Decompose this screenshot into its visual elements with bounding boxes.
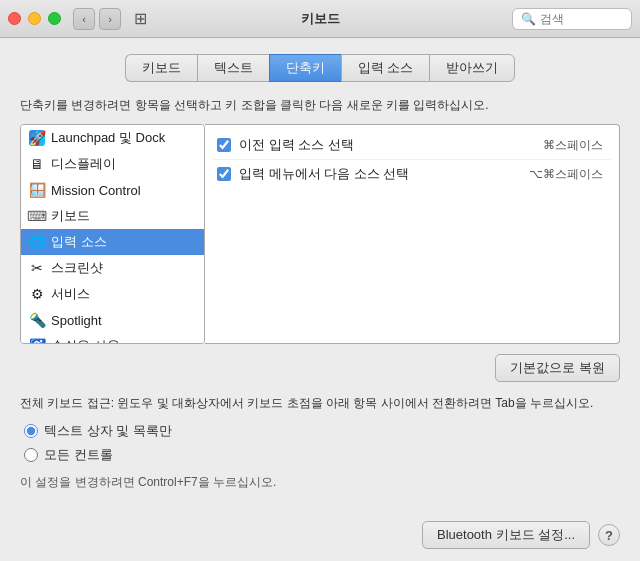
sidebar-label-screenshot: 스크린샷 xyxy=(51,259,103,277)
sidebar-label-services: 서비스 xyxy=(51,285,90,303)
tab-input[interactable]: 입력 소스 xyxy=(341,54,430,82)
bottom-bar: Bluetooth 키보드 설정... ? xyxy=(0,521,640,549)
full-keyboard-note: 전체 키보드 접근: 윈도우 및 대화상자에서 키보드 초점을 아래 항목 사이… xyxy=(20,394,620,412)
sidebar-label-accessibility: 손쉬운 사용 xyxy=(51,337,120,344)
sidebar-label-input-sources: 입력 소스 xyxy=(51,233,107,251)
tab-text[interactable]: 텍스트 xyxy=(197,54,269,82)
shortcut-row-prev: 이전 입력 소스 선택 ⌘스페이스 xyxy=(213,131,611,160)
screenshot-icon: ✂ xyxy=(29,260,45,276)
search-input[interactable] xyxy=(540,12,623,26)
radio-text-boxes-input[interactable] xyxy=(24,424,38,438)
split-pane: 🚀 Launchpad 및 Dock 🖥 디스플레이 🪟 Mission Con… xyxy=(20,124,620,344)
radio-text-boxes[interactable]: 텍스트 상자 및 목록만 xyxy=(24,422,620,440)
sidebar-item-accessibility[interactable]: ♿ 손쉬운 사용 xyxy=(21,333,204,344)
sidebar-item-mission[interactable]: 🪟 Mission Control xyxy=(21,177,204,203)
sidebar-item-screenshot[interactable]: ✂ 스크린샷 xyxy=(21,255,204,281)
right-panel: 이전 입력 소스 선택 ⌘스페이스 입력 메뉴에서 다음 소스 선택 ⌥⌘스페이… xyxy=(205,124,620,344)
radio-all-controls[interactable]: 모든 컨트롤 xyxy=(24,446,620,464)
sidebar-item-keyboard[interactable]: ⌨ 키보드 xyxy=(21,203,204,229)
display-icon: 🖥 xyxy=(29,156,45,172)
restore-button[interactable]: 기본값으로 복원 xyxy=(495,354,620,382)
tab-keyboard[interactable]: 키보드 xyxy=(125,54,197,82)
window-title: 키보드 xyxy=(301,10,340,28)
search-icon: 🔍 xyxy=(521,12,536,26)
window-controls xyxy=(8,12,61,25)
forward-button[interactable]: › xyxy=(99,8,121,30)
sidebar-item-launchpad[interactable]: 🚀 Launchpad 및 Dock xyxy=(21,125,204,151)
radio-group: 텍스트 상자 및 목록만 모든 컨트롤 xyxy=(20,422,620,464)
sidebar-label-mission: Mission Control xyxy=(51,183,141,198)
tab-bar: 키보드 텍스트 단축키 입력 소스 받아쓰기 xyxy=(20,54,620,82)
shortcut-row-next: 입력 메뉴에서 다음 소스 선택 ⌥⌘스페이스 xyxy=(213,160,611,188)
launchpad-icon: 🚀 xyxy=(29,130,45,146)
main-content: 키보드 텍스트 단축키 입력 소스 받아쓰기 단축키를 변경하려면 항목을 선택… xyxy=(0,38,640,517)
shortcut-label-prev: 이전 입력 소스 선택 xyxy=(239,136,535,154)
sidebar-item-spotlight[interactable]: 🔦 Spotlight xyxy=(21,307,204,333)
radio-all-controls-input[interactable] xyxy=(24,448,38,462)
bluetooth-button[interactable]: Bluetooth 키보드 설정... xyxy=(422,521,590,549)
sidebar-label-launchpad: Launchpad 및 Dock xyxy=(51,129,165,147)
shortcut-key-prev: ⌘스페이스 xyxy=(543,137,603,154)
titlebar: ‹ › ⊞ 키보드 🔍 xyxy=(0,0,640,38)
search-area: 🔍 xyxy=(512,8,632,30)
keyboard-icon: ⌨ xyxy=(29,208,45,224)
accessibility-icon: ♿ xyxy=(29,338,45,344)
sidebar-list: 🚀 Launchpad 및 Dock 🖥 디스플레이 🪟 Mission Con… xyxy=(20,124,205,344)
input-sources-icon: 🌐 xyxy=(29,234,45,250)
sidebar-item-input-sources[interactable]: 🌐 입력 소스 xyxy=(21,229,204,255)
description-text: 단축키를 변경하려면 항목을 선택하고 키 조합을 클릭한 다음 새로운 키를 … xyxy=(20,96,620,114)
tab-dictation[interactable]: 받아쓰기 xyxy=(429,54,515,82)
services-icon: ⚙ xyxy=(29,286,45,302)
checkbox-prev-input[interactable] xyxy=(217,138,231,152)
close-button[interactable] xyxy=(8,12,21,25)
search-box[interactable]: 🔍 xyxy=(512,8,632,30)
maximize-button[interactable] xyxy=(48,12,61,25)
restore-row: 기본값으로 복원 xyxy=(20,354,620,382)
minimize-button[interactable] xyxy=(28,12,41,25)
grid-button[interactable]: ⊞ xyxy=(129,8,151,30)
sidebar-label-spotlight: Spotlight xyxy=(51,313,102,328)
checkbox-next-input[interactable] xyxy=(217,167,231,181)
spotlight-icon: 🔦 xyxy=(29,312,45,328)
nav-buttons: ‹ › xyxy=(73,8,121,30)
sidebar-item-services[interactable]: ⚙ 서비스 xyxy=(21,281,204,307)
back-button[interactable]: ‹ xyxy=(73,8,95,30)
radio-text-boxes-label: 텍스트 상자 및 목록만 xyxy=(44,422,172,440)
shortcut-key-next: ⌥⌘스페이스 xyxy=(529,166,603,183)
mission-icon: 🪟 xyxy=(29,182,45,198)
help-button[interactable]: ? xyxy=(598,524,620,546)
radio-all-controls-label: 모든 컨트롤 xyxy=(44,446,113,464)
sidebar-label-keyboard: 키보드 xyxy=(51,207,90,225)
sidebar-label-display: 디스플레이 xyxy=(51,155,116,173)
shortcut-label-next: 입력 메뉴에서 다음 소스 선택 xyxy=(239,165,521,183)
sidebar-item-display[interactable]: 🖥 디스플레이 xyxy=(21,151,204,177)
settings-note: 이 설정을 변경하려면 Control+F7을 누르십시오. xyxy=(20,474,620,491)
tab-shortcuts[interactable]: 단축키 xyxy=(269,54,341,82)
